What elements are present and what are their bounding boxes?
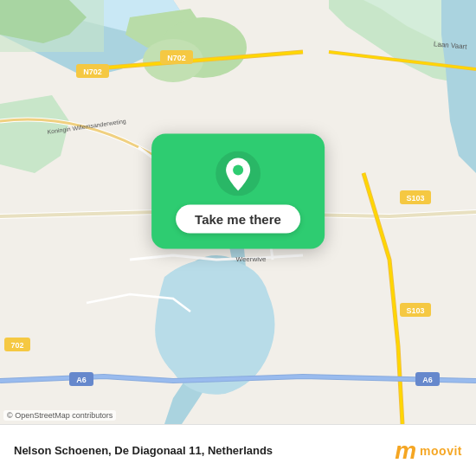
svg-point-23 <box>233 165 243 176</box>
location-name: Nelson Schoenen, De Diagonaal 11, Nether… <box>14 444 273 457</box>
map-container: N702 N702 S103 S103 A6 A6 702 <box>0 0 476 424</box>
map-attribution: © OpenStreetMap contributors <box>3 410 116 421</box>
moovit-letter: m <box>395 439 416 463</box>
moovit-wordmark: moovit <box>420 444 462 458</box>
location-popup[interactable]: Take me there <box>151 134 325 249</box>
moovit-logo: m moovit <box>395 439 462 463</box>
svg-text:N702: N702 <box>167 54 186 62</box>
bottom-bar: Nelson Schoenen, De Diagonaal 11, Nether… <box>0 424 476 476</box>
svg-text:S103: S103 <box>406 306 424 315</box>
svg-text:S103: S103 <box>406 194 424 203</box>
location-info: Nelson Schoenen, De Diagonaal 11, Nether… <box>14 444 273 457</box>
svg-text:N702: N702 <box>83 68 102 76</box>
svg-text:Weerwive: Weerwive <box>236 255 267 263</box>
location-pin-icon <box>215 151 261 196</box>
svg-text:A6: A6 <box>422 376 433 384</box>
svg-text:702: 702 <box>10 341 23 350</box>
take-me-there-button[interactable]: Take me there <box>176 205 300 234</box>
svg-text:A6: A6 <box>76 376 87 384</box>
